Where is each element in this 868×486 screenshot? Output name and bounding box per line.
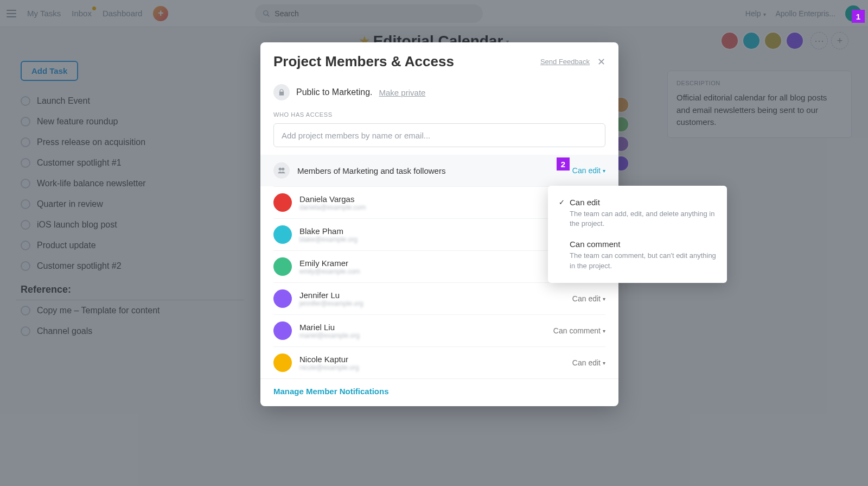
- member-row: Nicole Kapturnicole@example.org Can edit…: [273, 346, 605, 378]
- member-avatar: [273, 257, 292, 276]
- close-icon[interactable]: ✕: [597, 56, 605, 68]
- privacy-text: Public to Marketing.: [296, 87, 373, 97]
- member-email: blake@example.org: [299, 236, 358, 243]
- member-email: daniela@example.com: [299, 204, 366, 211]
- modal-title: Project Members & Access: [273, 53, 533, 70]
- member-email: nicole@example.org: [299, 364, 359, 371]
- option-description: The team can comment, but can't edit any…: [570, 251, 716, 270]
- member-avatar: [273, 193, 292, 212]
- permission-dropdown: ✓Can edit The team can add, edit, and de…: [548, 186, 727, 283]
- member-email: jennifer@example.org: [299, 300, 363, 307]
- access-heading: WHO HAS ACCESS: [273, 111, 605, 118]
- member-avatar: [273, 321, 292, 340]
- member-row: Jennifer Lujennifer@example.org Can edit…: [273, 282, 605, 314]
- check-icon: ✓: [559, 198, 566, 206]
- member-name: Emily Kramer: [299, 258, 360, 268]
- member-name: Mariel Liu: [299, 323, 360, 332]
- member-name: Jennifer Lu: [299, 291, 363, 300]
- annotation-1: 1: [852, 10, 865, 23]
- add-member-input[interactable]: [273, 123, 605, 147]
- send-feedback-link[interactable]: Send Feedback: [540, 58, 590, 66]
- team-label: Members of Marketing and task followers: [297, 166, 445, 175]
- member-name: Daniela Vargas: [299, 194, 366, 204]
- member-email: mariel@example.org: [299, 332, 360, 339]
- permission-option-comment[interactable]: Can comment The team can comment, but ca…: [548, 234, 727, 276]
- member-permission-dropdown[interactable]: Can edit▾: [572, 294, 605, 303]
- member-avatar: [273, 225, 292, 244]
- member-permission-dropdown[interactable]: Can edit▾: [572, 358, 605, 367]
- permission-option-edit[interactable]: ✓Can edit The team can add, edit, and de…: [548, 192, 727, 234]
- privacy-icon: [273, 84, 290, 100]
- member-avatar: [273, 289, 292, 308]
- member-row: Mariel Liumariel@example.org Can comment…: [273, 314, 605, 346]
- member-name: Nicole Kaptur: [299, 355, 359, 364]
- member-permission-dropdown[interactable]: Can comment▾: [553, 326, 605, 335]
- svg-point-3: [282, 168, 284, 171]
- member-name: Blake Pham: [299, 226, 358, 236]
- member-avatar: [273, 354, 292, 372]
- option-description: The team can add, edit, and delete anyth…: [570, 209, 716, 229]
- member-email: emily@example.com: [299, 268, 360, 275]
- team-icon: [273, 162, 290, 179]
- make-private-link[interactable]: Make private: [379, 88, 426, 97]
- annotation-2: 2: [557, 157, 570, 171]
- svg-point-2: [279, 168, 282, 171]
- manage-notifications-link[interactable]: Manage Member Notifications: [273, 387, 389, 396]
- team-permission-dropdown[interactable]: Can edit▾: [572, 166, 605, 175]
